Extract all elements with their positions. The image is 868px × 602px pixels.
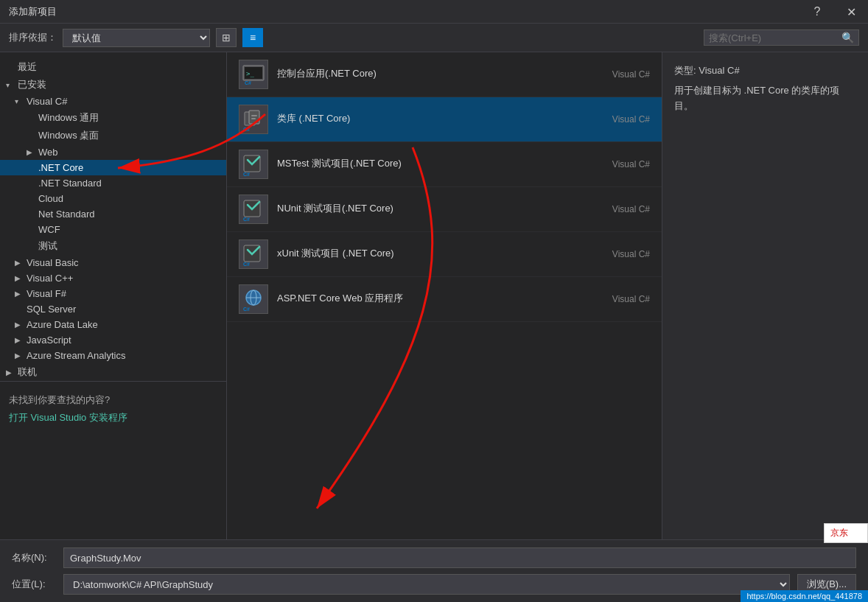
- sidebar-item-installed[interactable]: ▾已安装: [0, 76, 226, 94]
- svg-text:>_: >_: [246, 70, 254, 77]
- status-url: https://blog.csdn.net/qq_441878: [746, 592, 862, 601]
- sort-label: 排序依据：: [9, 31, 57, 44]
- sidebar-item-label: .NET Core: [38, 162, 83, 173]
- sidebar-item-label: JavaScript: [27, 335, 71, 346]
- chevron-icon: ▶: [27, 148, 38, 156]
- sidebar-item-visual-fsharp[interactable]: ▶Visual F#: [0, 286, 226, 301]
- sidebar-item-online[interactable]: ▶联机: [0, 363, 226, 381]
- sidebar-item-label: Visual C#: [27, 96, 67, 107]
- sort-select[interactable]: 默认值: [63, 29, 210, 47]
- list-view-button[interactable]: ≡: [242, 28, 263, 47]
- project-icon-console: >_C#: [239, 60, 268, 89]
- svg-text:C#: C#: [245, 80, 251, 85]
- project-name: NUnit 测试项目(.NET Core): [277, 202, 582, 215]
- sidebar-item-net-standard2[interactable]: Net Standard: [0, 206, 226, 222]
- project-lang: Visual C#: [591, 294, 650, 304]
- bottom-bar: 名称(N): 位置(L): D:\atomwork\C# API\GraphSt…: [0, 539, 868, 602]
- main-content: 最近▾已安装▾Visual C#Windows 通用Windows 桌面▶Web…: [0, 52, 868, 539]
- sidebar-item-label: 联机: [18, 365, 37, 379]
- project-item-aspnet[interactable]: C#ASP.NET Core Web 应用程序Visual C#: [227, 277, 662, 322]
- project-item-console[interactable]: >_C#控制台应用(.NET Core)Visual C#: [227, 52, 662, 97]
- chevron-icon: ▶: [15, 336, 27, 344]
- sidebar-item-label: Cloud: [38, 193, 63, 204]
- sidebar-item-label: Azure Data Lake: [27, 319, 98, 330]
- close-button[interactable]: ✕: [834, 0, 868, 24]
- sidebar-item-visual-cpp[interactable]: ▶Visual C++: [0, 270, 226, 286]
- name-label: 名称(N):: [12, 551, 56, 564]
- search-icon[interactable]: 🔍: [841, 32, 854, 43]
- right-panel-description: 用于创建目标为 .NET Core 的类库的项目。: [674, 83, 856, 114]
- dialog-content: 排序依据： 默认值 ⊞ ≡ 🔍 最近▾已安装▾Visual C#Windows …: [0, 24, 868, 602]
- sidebar-item-azure-stream[interactable]: ▶Azure Stream Analytics: [0, 348, 226, 363]
- sidebar-item-label: WCF: [38, 224, 60, 235]
- project-icon-nunit: C#: [239, 195, 268, 224]
- sidebar-item-web[interactable]: ▶Web: [0, 144, 226, 160]
- sidebar-item-windows-common[interactable]: Windows 通用: [0, 109, 226, 127]
- project-name: 类库 (.NET Core): [277, 112, 582, 125]
- location-select[interactable]: D:\atomwork\C# API\GraphStudy: [63, 574, 790, 595]
- sidebar-item-test[interactable]: 测试: [0, 237, 226, 255]
- chevron-icon: ▶: [15, 321, 27, 329]
- sidebar-item-wcf[interactable]: WCF: [0, 222, 226, 237]
- svg-text:C#: C#: [243, 172, 250, 176]
- chevron-icon: ▶: [6, 368, 18, 377]
- project-item-mstest[interactable]: C#MSTest 测试项目(.NET Core)Visual C#: [227, 142, 662, 187]
- project-lang: Visual C#: [591, 159, 650, 169]
- svg-text:C#: C#: [243, 127, 250, 131]
- name-row: 名称(N):: [12, 547, 856, 568]
- project-name: xUnit 测试项目 (.NET Core): [277, 247, 582, 260]
- sidebar-item-windows-desktop[interactable]: Windows 桌面: [0, 127, 226, 144]
- sidebar-footer: 未找到你要查找的内容? 打开 Visual Studio 安装程序: [0, 381, 226, 430]
- project-icon-xunit: C#: [239, 239, 268, 269]
- project-name: ASP.NET Core Web 应用程序: [277, 292, 582, 305]
- sidebar-item-visual-basic[interactable]: ▶Visual Basic: [0, 255, 226, 270]
- not-found-text: 未找到你要查找的内容?: [9, 393, 217, 407]
- project-item-nunit[interactable]: C#NUnit 测试项目(.NET Core)Visual C#: [227, 187, 662, 232]
- project-lang: Visual C#: [591, 69, 650, 80]
- right-panel-type: 类型: Visual C#: [674, 64, 856, 77]
- sidebar-item-label: 已安装: [18, 78, 46, 91]
- project-name: 控制台应用(.NET Core): [277, 67, 582, 80]
- sidebar-item-label: Windows 桌面: [38, 129, 99, 142]
- location-label: 位置(L):: [12, 578, 56, 591]
- status-bar: https://blog.csdn.net/qq_441878: [741, 590, 868, 602]
- sidebar-item-label: 测试: [38, 239, 57, 253]
- sidebar: 最近▾已安装▾Visual C#Windows 通用Windows 桌面▶Web…: [0, 52, 227, 539]
- sidebar-item-cloud[interactable]: Cloud: [0, 191, 226, 206]
- name-input[interactable]: [63, 547, 856, 568]
- project-item-xunit[interactable]: C#xUnit 测试项目 (.NET Core)Visual C#: [227, 232, 662, 277]
- sidebar-item-visualcsharp[interactable]: ▾Visual C#: [0, 94, 226, 109]
- project-icon-aspnet: C#: [239, 284, 268, 314]
- sidebar-item-sql-server[interactable]: SQL Server: [0, 301, 226, 317]
- sidebar-items: 最近▾已安装▾Visual C#Windows 通用Windows 桌面▶Web…: [0, 58, 226, 381]
- sidebar-item-label: Visual F#: [27, 288, 66, 299]
- search-box: 🔍: [704, 29, 859, 46]
- installer-link[interactable]: 打开 Visual Studio 安装程序: [9, 412, 127, 423]
- sidebar-item-javascript[interactable]: ▶JavaScript: [0, 332, 226, 348]
- chevron-icon: ▶: [15, 259, 27, 267]
- project-lang: Visual C#: [591, 204, 650, 214]
- project-item-classlib[interactable]: C#类库 (.NET Core)Visual C#: [227, 97, 662, 142]
- sidebar-item-azure-data-lake[interactable]: ▶Azure Data Lake: [0, 317, 226, 332]
- sidebar-item-label: Web: [38, 147, 58, 158]
- sidebar-item-label: 最近: [18, 60, 37, 74]
- sidebar-item-recent[interactable]: 最近: [0, 58, 226, 76]
- svg-text:C#: C#: [243, 217, 250, 221]
- sidebar-item-net-standard[interactable]: .NET Standard: [0, 175, 226, 191]
- project-items-list: >_C#控制台应用(.NET Core)Visual C#C#类库 (.NET …: [227, 52, 662, 322]
- chevron-icon: ▾: [15, 97, 27, 105]
- help-button[interactable]: ?: [800, 0, 834, 24]
- sidebar-item-net-core[interactable]: .NET Core: [0, 160, 226, 175]
- svg-rect-5: [249, 111, 259, 124]
- chevron-icon: ▶: [15, 290, 27, 298]
- svg-text:C#: C#: [243, 307, 250, 311]
- chevron-icon: ▶: [15, 274, 27, 282]
- sidebar-item-label: Visual C++: [27, 273, 73, 284]
- toolbar: 排序依据： 默认值 ⊞ ≡ 🔍: [0, 24, 868, 52]
- search-input[interactable]: [709, 32, 841, 43]
- chevron-icon: ▾: [6, 81, 18, 89]
- sidebar-item-label: .NET Standard: [38, 178, 102, 189]
- window-controls: ? ✕: [800, 0, 868, 24]
- grid-view-button[interactable]: ⊞: [216, 28, 237, 47]
- sidebar-item-label: Azure Stream Analytics: [27, 350, 125, 361]
